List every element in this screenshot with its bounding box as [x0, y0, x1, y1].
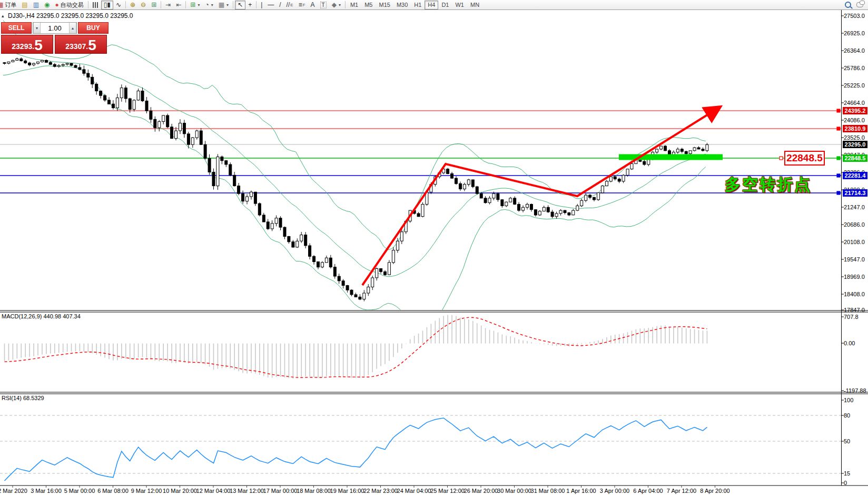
vertical-line-icon: | [261, 2, 262, 8]
price-badge-22848.5[interactable]: 22848.5 [843, 154, 867, 162]
price-tick-label: 25225.0 [844, 82, 865, 89]
cursor-icon: ↖ [238, 2, 243, 8]
bar-chart-icon [93, 2, 98, 8]
timeframe-button-m5[interactable]: M5 [361, 1, 376, 9]
timeframe-button-h4[interactable]: H4 [425, 1, 438, 9]
macd-tick-label: 0.00 [844, 340, 855, 346]
price-annotation-box[interactable]: 22848.5 [784, 151, 825, 166]
dropdown-caret-icon: ▾ [211, 3, 213, 7]
new-order-button: ▦ [0, 2, 3, 8]
toolbar-separator [88, 1, 88, 8]
fibonacci-icon: ≡ [299, 2, 302, 8]
trendline-icon[interactable]: / [277, 1, 283, 9]
toolbar-separator [233, 1, 233, 8]
sell-price-main: 23293 [12, 41, 32, 52]
candlestick-chart-icon[interactable]: ▯▮ [101, 1, 113, 9]
chart-shift-icon: ⇤ [176, 2, 181, 8]
templates-button[interactable]: ▦▾ [216, 1, 231, 9]
search-icon[interactable] [842, 1, 854, 9]
volume-up-button[interactable]: ▲ [69, 23, 76, 33]
arrows-button: ◆ [332, 2, 337, 8]
fibonacci-icon[interactable]: ≡F [296, 1, 308, 9]
signal-icon[interactable]: ◉ [42, 1, 52, 9]
auto-scroll-icon: ⇥ [165, 2, 171, 8]
vertical-line-icon[interactable]: | [258, 1, 265, 9]
price-tick-label: 25786.0 [844, 65, 865, 71]
timeframe-button-mn[interactable]: MN [467, 1, 482, 9]
rsi-tick-label: 50 [844, 438, 850, 444]
price-tick-label: 23525.0 [844, 134, 865, 141]
dropdown-caret-icon: ▾ [226, 3, 229, 7]
price-badge-24395.2[interactable]: 24395.2 [843, 107, 867, 114]
gold-bars-icon[interactable]: ▤ [19, 1, 30, 9]
volume-down-button[interactable]: ▼ [33, 23, 41, 33]
timeframe-button-m1[interactable]: M1 [347, 1, 361, 9]
horizontal-line-icon: — [268, 2, 274, 8]
chat-icon[interactable] [854, 1, 866, 9]
tile-windows-icon[interactable]: ⊞ [149, 1, 159, 9]
price-badge-22281.4[interactable]: 22281.4 [843, 172, 867, 179]
chart-canvas[interactable] [0, 0, 868, 495]
buy-price-big: 5 [88, 38, 96, 52]
price-tick-label: 18408.0 [844, 291, 865, 297]
search-icon [845, 2, 851, 8]
trendline-icon: / [279, 2, 281, 8]
timeframe-button-d1[interactable]: D1 [438, 1, 452, 9]
channel-icon: // [287, 2, 290, 8]
text-label-icon[interactable]: T [318, 1, 329, 9]
text-label-icon: T [320, 2, 327, 8]
timeframe-button-m15[interactable]: M15 [376, 1, 393, 9]
autotrading-button-label: 自动交易 [61, 1, 84, 9]
chat-icon [856, 2, 863, 7]
arrows-button[interactable]: ◆▾ [329, 1, 343, 9]
periods-button[interactable]: ◔▾ [202, 1, 215, 9]
new-chart-button: ⊞ [190, 2, 195, 8]
cursor-icon[interactable]: ↖ [235, 1, 245, 9]
new-chart-button[interactable]: ⊞▾ [188, 1, 202, 9]
toolbar-separator [125, 1, 126, 8]
timeframe-button-m30[interactable]: M30 [393, 1, 411, 9]
date-label[interactable]: 8 Apr 20:00 [693, 488, 737, 494]
toolbar: ▦订单▤▥◉●自动交易▯▮∿⊕⊖⊞⇥⇤⊞▾◔▾▦▾↖+|—///E≡FAT◆▾M… [0, 0, 868, 10]
line-chart-icon[interactable]: ∿ [113, 1, 124, 9]
dropdown-caret-icon: ▾ [198, 3, 200, 7]
channel-icon-sub: E [290, 3, 293, 7]
zoom-out-icon[interactable]: ⊖ [138, 1, 149, 9]
macd-label: MACD(12,26,9) 440.98 407.34 [2, 313, 81, 319]
timeframe-button-w1[interactable]: W1 [452, 1, 467, 9]
bar-chart-icon[interactable] [90, 1, 101, 9]
text-icon[interactable]: A [308, 1, 318, 9]
new-order-button-label: 订单 [5, 1, 16, 9]
market-watch-icon[interactable]: ▥ [31, 1, 42, 9]
crosshair-icon[interactable]: + [245, 1, 254, 9]
sell-price-display[interactable]: 23293.5 [1, 35, 53, 54]
channel-icon[interactable]: //E [284, 1, 296, 9]
chart-shift-icon[interactable]: ⇤ [173, 1, 184, 9]
new-order-button[interactable]: ▦订单 [0, 1, 19, 9]
price-tick-label: 19547.0 [844, 256, 865, 263]
buy-button[interactable]: BUY [78, 22, 108, 34]
tile-windows-icon: ⊞ [151, 2, 156, 8]
price-badge-23810.9[interactable]: 23810.9 [843, 125, 867, 132]
rsi-tick-label: 15 [844, 470, 850, 477]
volume-input[interactable] [41, 23, 69, 33]
auto-scroll-icon[interactable]: ⇥ [163, 1, 173, 9]
price-badge-21714.3[interactable]: 21714.3 [843, 189, 867, 197]
autotrading-button[interactable]: ●自动交易 [53, 1, 86, 9]
toolbar-separator [345, 1, 346, 8]
toolbar-separator [161, 1, 161, 8]
price-tick-label: 26925.0 [844, 30, 865, 36]
cn-annotation-text[interactable]: 多空转折点 [725, 174, 812, 196]
price-tick-label: 24086.0 [844, 117, 865, 123]
timeframe-button-h1[interactable]: H1 [411, 1, 425, 9]
horizontal-line-icon[interactable]: — [265, 1, 277, 9]
macd-tick-label: -1197.88 [844, 387, 866, 394]
price-tick-label: 17847.0 [844, 307, 865, 313]
buy-price-display[interactable]: 23307.5 [55, 35, 107, 54]
price-tick-label: 27503.0 [844, 13, 865, 19]
price-badge-23295.0[interactable]: 23295.0 [843, 141, 867, 148]
zoom-in-icon[interactable]: ⊕ [127, 1, 138, 9]
sell-button[interactable]: SELL [1, 22, 32, 34]
periods-button: ◔ [205, 2, 209, 8]
one-click-collapse-icon[interactable]: ▴ [2, 13, 4, 18]
